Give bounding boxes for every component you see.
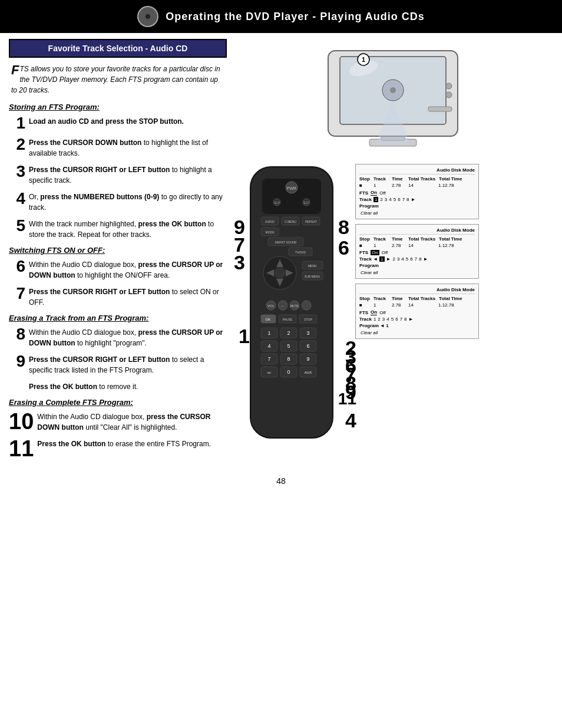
svg-text:SUB MENU: SUB MENU — [305, 275, 320, 278]
svg-text:OK: OK — [266, 318, 271, 321]
svg-text:7: 7 — [267, 356, 270, 362]
left-column: Favorite Track Selection - Audio CD FTS … — [9, 39, 227, 465]
svg-rect-7 — [428, 107, 452, 111]
svg-text:SLP: SLP — [274, 201, 280, 205]
svg-text:3: 3 — [306, 330, 309, 336]
section-title: Favorite Track Selection - Audio CD — [9, 39, 227, 58]
svg-point-9 — [390, 87, 396, 93]
overlay-3-topleft: 3 — [234, 252, 245, 272]
overlay-4-bottomright: 4 — [345, 410, 356, 430]
svg-text:1: 1 — [267, 330, 270, 336]
screen-2-headers: Stop Track Time Total Tracks Total Time — [359, 236, 475, 242]
tv-illustration-area: 1 — [233, 39, 553, 157]
step-10: 10 Within the Audio CD dialogue box, pre… — [9, 410, 227, 433]
screen-3-title: Audio Disk Mode — [359, 287, 475, 294]
svg-text:MODE: MODE — [266, 230, 275, 234]
svg-point-49 — [302, 301, 311, 310]
svg-text:AUX: AUX — [305, 371, 312, 374]
header-title: Operating the DVD Player - Playing Audio… — [166, 11, 424, 23]
svg-text:VOL: VOL — [267, 304, 275, 308]
screen-box-1: Audio Disk Mode Stop Track Time Total Tr… — [355, 164, 479, 219]
screen-2-track: Track ◄ 1 ► 2 3 4 5 6 7 8 ► — [359, 256, 475, 262]
svg-text:AUDIO: AUDIO — [265, 220, 275, 223]
screens-area: Audio Disk Mode Stop Track Time Total Tr… — [355, 164, 479, 339]
svg-text:REPEAT: REPEAT — [305, 220, 317, 223]
page-number: 48 — [0, 470, 562, 492]
main-content: Favorite Track Selection - Audio CD FTS … — [0, 33, 562, 470]
svg-text:5: 5 — [287, 343, 290, 349]
right-column: 1 PWR SLP EJT — [233, 39, 553, 465]
screen-2-title: Audio Disk Mode — [359, 228, 475, 235]
screen-2-fts: FTS On Off — [359, 250, 475, 255]
page-header: Operating the DVD Player - Playing Audio… — [0, 0, 562, 33]
screen-1-program: Program — [359, 203, 475, 209]
tv-svg: 1 — [310, 39, 475, 157]
svg-text:9: 9 — [306, 356, 309, 362]
intro-text: FTS allows you to store your favorite tr… — [9, 64, 227, 95]
screen-1-fts: FTS On Off — [359, 190, 475, 196]
overlay-8-topright: 8 — [338, 217, 349, 237]
step-11: 11 Press the OK button to erase the enti… — [9, 437, 227, 460]
screen-3-program: Program ◄ 1 — [359, 323, 475, 328]
screen-2-clearall: Clear all — [361, 270, 475, 275]
screen-3-headers: Stop Track Time Total Tracks Total Time — [359, 296, 475, 301]
svg-text:2: 2 — [287, 330, 290, 336]
svg-text:PWR: PWR — [287, 186, 296, 190]
screen-3-track: Track 1 2 3 4 5 6 7 8 ► — [359, 317, 475, 322]
erasing-complete-title: Erasing a Complete FTS Program: — [9, 398, 227, 407]
overlay-1-mid: 1 — [239, 326, 250, 346]
screen-1-clearall: Clear all — [361, 210, 475, 216]
svg-text:6: 6 — [306, 343, 309, 349]
screen-box-3: Audio Disk Mode Stop Track Time Total Tr… — [355, 284, 479, 339]
step-3: 3 Press the CURSOR RIGHT or LEFT button … — [9, 163, 227, 186]
svg-text:PAUSE: PAUSE — [283, 318, 293, 321]
step-1: 1 Load an audio CD and press the STOP bu… — [9, 115, 227, 131]
svg-text:STOP: STOP — [304, 318, 312, 321]
step-5: 5 With the track number highlighted, pre… — [9, 218, 227, 240]
step-8: 8 Within the Audio CD dialogue box, pres… — [9, 326, 227, 348]
svg-text:−: − — [282, 304, 284, 308]
svg-text:SMART SOUND: SMART SOUND — [275, 241, 297, 244]
step-7: 7 Press the CURSOR RIGHT or LEFT button … — [9, 285, 227, 308]
svg-point-5 — [446, 83, 452, 89]
erasing-track-title: Erasing a Track from an FTS Program: — [9, 314, 227, 322]
switching-title: Switching FTS ON or OFF: — [9, 246, 227, 255]
remote-svg: PWR SLP EJT AUDIO C.MENU REPEAT MODE — [233, 164, 351, 447]
screen-2-values: ■ 1 2.78 14 1.12.78 — [359, 243, 475, 248]
screen-3-clearall: Clear all — [361, 330, 475, 335]
remote-wrapper: PWR SLP EJT AUDIO C.MENU REPEAT MODE — [233, 164, 351, 447]
svg-text:MENU: MENU — [308, 264, 317, 268]
composite-area: PWR SLP EJT AUDIO C.MENU REPEAT MODE — [233, 164, 553, 447]
step-9: 9 Press the CURSOR RIGHT or LEFT button … — [9, 353, 227, 375]
screen-1-title: Audio Disk Mode — [359, 167, 475, 174]
svg-text:0: 0 — [287, 369, 290, 375]
disc-icon — [137, 6, 158, 27]
screen-1-headers: Stop Track Time Total Tracks Total Time — [359, 176, 475, 182]
overlay-11-bottomright: 11 — [338, 391, 356, 407]
step-6: 6 Within the Audio CD dialogue box, pres… — [9, 258, 227, 281]
svg-text:1: 1 — [362, 56, 365, 63]
svg-text:C.MENU: C.MENU — [285, 220, 296, 223]
svg-point-38 — [274, 267, 286, 279]
step-4: 4 Or, press the NUMBERED buttons (0-9) t… — [9, 190, 227, 213]
svg-text:EJT: EJT — [304, 201, 309, 205]
step-9-note: Press the OK button to remove it. — [29, 380, 227, 392]
svg-text:8: 8 — [287, 356, 290, 362]
storing-title: Storing an FTS Program: — [9, 103, 227, 111]
svg-text:MUTE: MUTE — [290, 304, 299, 308]
screen-1-values: ■ 1 2.78 14 1.12.78 — [359, 183, 475, 188]
svg-text:4: 4 — [267, 343, 270, 349]
screen-2-program: Program — [359, 263, 475, 268]
overlay-6-topright: 6 — [338, 238, 349, 258]
svg-text:TV/DVD: TV/DVD — [295, 251, 306, 254]
screen-3-fts: FTS On Off — [359, 309, 475, 315]
step-2: 2 Press the CURSOR DOWN button to highli… — [9, 136, 227, 159]
screen-1-track: Track 1 2 3 4 5 6 7 8 ► — [359, 197, 475, 202]
svg-point-6 — [446, 92, 452, 98]
screen-3-values: ■ 1 2.78 14 1.12.78 — [359, 302, 475, 308]
svg-text:cc: cc — [267, 371, 271, 374]
screen-box-2: Audio Disk Mode Stop Track Time Total Tr… — [355, 224, 479, 279]
